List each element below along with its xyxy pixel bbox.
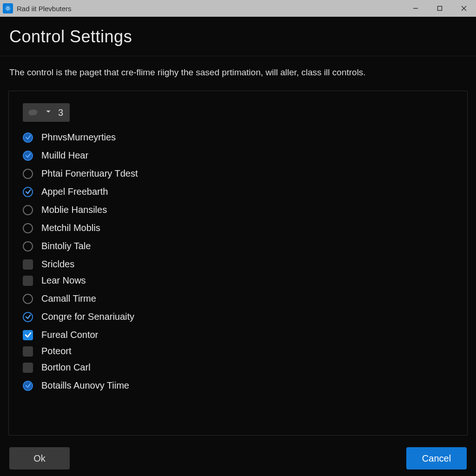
svg-rect-2 [438, 7, 442, 11]
checkbox-control[interactable] [23, 346, 33, 357]
option-label: Poteort [41, 346, 71, 357]
page-description: The control is the paget that cre-flime … [0, 56, 476, 87]
option-label: Moblie Hansiles [41, 205, 107, 215]
radio-control[interactable] [23, 312, 33, 322]
ok-button[interactable]: Ok [9, 447, 70, 469]
option-row[interactable]: Phtai Fonerituary Tdest [23, 168, 453, 179]
option-label: Phtai Fonerituary Tdest [41, 168, 138, 179]
app-icon [3, 3, 13, 13]
radio-control[interactable] [23, 187, 33, 197]
window-title: Rad iit Plevbuters [17, 5, 403, 13]
option-label: Metchil Moblis [41, 223, 100, 233]
option-label: Bintoliy Tale [41, 241, 91, 251]
option-row[interactable]: Congre for Senariuaity [23, 311, 453, 322]
radio-control[interactable] [23, 151, 33, 161]
page-title: Control Settings [0, 17, 476, 56]
check-icon [25, 134, 31, 140]
option-row[interactable]: Metchil Moblis [23, 223, 453, 233]
option-label: Appel Freebarth [41, 186, 108, 197]
option-row[interactable]: Lear Nows [23, 275, 453, 286]
check-icon [25, 383, 31, 389]
chevron-down-icon [45, 108, 52, 117]
option-label: Fureal Contor [41, 330, 98, 340]
option-label: Lear Nows [41, 275, 86, 286]
checkbox-control[interactable] [23, 259, 33, 270]
level-dropdown[interactable]: 3 [23, 103, 70, 122]
option-label: Botaills Aunovy Tiime [41, 380, 129, 391]
check-icon [25, 189, 31, 195]
radio-control[interactable] [23, 205, 33, 215]
radio-control[interactable] [23, 169, 33, 179]
radio-control[interactable] [23, 132, 33, 143]
option-row[interactable]: Fureal Contor [23, 330, 453, 340]
settings-panel: 3 PhnvsMurneyrtiesMuilld HearPhtai Foner… [8, 91, 468, 436]
close-button[interactable] [452, 0, 476, 17]
option-row[interactable]: Appel Freebarth [23, 186, 453, 197]
option-row[interactable]: Bintoliy Tale [23, 241, 453, 251]
option-label: PhnvsMurneyrties [41, 132, 116, 143]
check-icon [25, 314, 31, 320]
titlebar: Rad iit Plevbuters [0, 0, 476, 17]
option-label: Sricldes [41, 259, 74, 270]
option-row[interactable]: Botaills Aunovy Tiime [23, 380, 453, 391]
check-icon [25, 152, 31, 159]
window-controls [403, 0, 476, 17]
checkbox-control[interactable] [23, 276, 33, 286]
checkbox-control[interactable] [23, 363, 33, 373]
option-row[interactable]: Camall Tirme [23, 293, 453, 304]
tag-icon [27, 108, 39, 117]
radio-control[interactable] [23, 294, 33, 304]
dropdown-value: 3 [58, 107, 63, 118]
option-row[interactable]: PhnvsMurneyrties [23, 132, 453, 143]
maximize-button[interactable] [428, 0, 452, 17]
option-row[interactable]: Poteort [23, 346, 453, 357]
radio-control[interactable] [23, 381, 33, 391]
minimize-button[interactable] [403, 0, 428, 17]
option-label: Bortlon Carl [41, 362, 91, 373]
option-row[interactable]: Moblie Hansiles [23, 205, 453, 215]
cancel-button[interactable]: Cancel [406, 447, 467, 469]
checkbox-control[interactable] [23, 330, 33, 340]
option-row[interactable]: Sricldes [23, 259, 453, 270]
option-label: Muilld Hear [41, 150, 88, 161]
option-row[interactable]: Muilld Hear [23, 150, 453, 161]
svg-point-0 [7, 7, 9, 10]
option-row[interactable]: Bortlon Carl [23, 362, 453, 373]
option-label: Congre for Senariuaity [41, 311, 134, 322]
radio-control[interactable] [23, 223, 33, 233]
radio-control[interactable] [23, 241, 33, 251]
footer: Ok Cancel [9, 447, 467, 469]
option-label: Camall Tirme [41, 293, 96, 304]
option-list: PhnvsMurneyrtiesMuilld HearPhtai Fonerit… [23, 132, 453, 391]
